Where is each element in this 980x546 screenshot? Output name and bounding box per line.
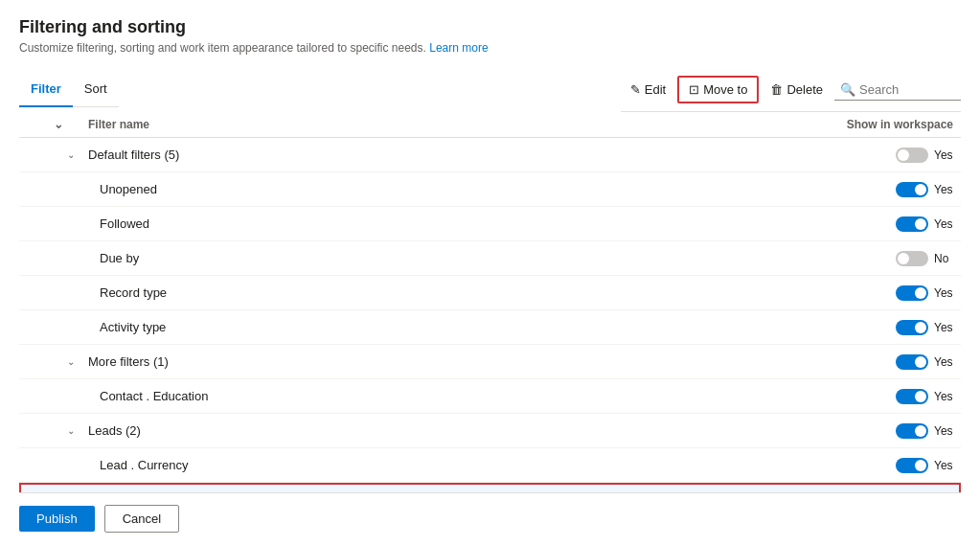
edit-button[interactable]: Edit: [621, 78, 675, 102]
toggle-label: Yes: [934, 286, 953, 300]
moveto-icon: ⊡: [689, 82, 699, 97]
tab-sort[interactable]: Sort: [73, 74, 119, 107]
toggle-more-filters[interactable]: [896, 354, 928, 370]
publish-button[interactable]: Publish: [19, 506, 95, 532]
row-show: Yes: [896, 148, 961, 163]
table-row: ⌄ More filters (1) Yes: [19, 345, 961, 379]
tab-filter[interactable]: Filter: [19, 74, 73, 107]
row-name: Unopened: [88, 176, 896, 202]
row-name: Due by: [88, 245, 896, 271]
table-row: Unopened Yes: [19, 172, 961, 207]
row-name: Followed: [88, 211, 896, 237]
table-row: Followed Yes: [19, 207, 961, 241]
row-show: Yes: [896, 216, 961, 232]
toolbar: Edit ⊡ Move to 🗑 Delete 🔍: [621, 68, 961, 112]
page-subtitle: Customize filtering, sorting and work it…: [19, 41, 961, 55]
row-show: Yes: [896, 320, 961, 335]
row-show: Yes: [896, 354, 961, 370]
row-name: Contact . Education: [88, 383, 896, 409]
chevron-down-icon[interactable]: ⌄: [54, 356, 88, 367]
toggle-lead-currency[interactable]: [896, 458, 928, 473]
toggle-contact-education[interactable]: [896, 389, 928, 404]
toggle-unopened[interactable]: [896, 182, 928, 197]
row-name: Leads (2): [88, 418, 896, 444]
toggle-label: No: [934, 252, 953, 265]
table-row: Due by No: [19, 241, 961, 276]
toggle-label: Yes: [934, 148, 953, 162]
page-title: Filtering and sorting: [19, 17, 961, 37]
search-box[interactable]: 🔍: [834, 80, 961, 101]
chevron-down-icon[interactable]: ⌄: [54, 425, 88, 436]
table-row: ⌄ Default filters (5) Yes: [19, 138, 961, 172]
toggle-followed[interactable]: [896, 216, 928, 232]
row-show: Yes: [896, 389, 961, 404]
table-row: ⌄ Leads (2) Yes: [19, 414, 961, 448]
row-show: No: [896, 251, 961, 266]
col-show-in-workspace: Show in workspace: [847, 118, 961, 131]
toggle-activity-type[interactable]: [896, 320, 928, 335]
row-name: Lead . Currency: [88, 452, 896, 478]
table-row: Record type Yes: [19, 276, 961, 310]
col-filter-name: Filter name: [88, 118, 847, 131]
toggle-label: Yes: [934, 183, 953, 196]
delete-button[interactable]: 🗑 Delete: [761, 78, 832, 102]
table-row: Activity type Yes: [19, 310, 961, 345]
toggle-label: Yes: [934, 321, 953, 334]
row-name: Activity type: [88, 314, 896, 340]
toggle-record-type[interactable]: [896, 285, 928, 301]
row-name: Record type: [88, 280, 896, 306]
table-body: ⌄ Default filters (5) Yes Unopened Yes: [19, 138, 961, 492]
row-show: Yes: [896, 285, 961, 301]
toggle-label: Yes: [934, 424, 953, 438]
row-name: Default filters (5): [88, 142, 896, 168]
toggle-label: Yes: [934, 459, 953, 472]
row-show: Yes: [896, 423, 961, 439]
toggle-default-filters[interactable]: [896, 148, 928, 163]
footer: Publish Cancel: [19, 492, 961, 546]
learn-more-link[interactable]: Learn more: [429, 41, 488, 55]
search-input[interactable]: [859, 82, 955, 97]
tabs: Filter Sort: [19, 74, 119, 107]
sort-chevron-icon: ⌄: [54, 118, 63, 131]
table-row: Contact . Education Yes: [19, 379, 961, 414]
toggle-label: Yes: [934, 355, 953, 369]
search-icon: 🔍: [840, 82, 855, 97]
edit-icon: [630, 82, 641, 97]
table-row-selected: ✓ Lead . Account ⋯ Yes ↑ ↓: [19, 483, 961, 492]
row-show: Yes: [896, 182, 961, 197]
toggle-leads[interactable]: [896, 423, 928, 439]
toggle-label: Yes: [934, 217, 953, 231]
table-header: ⌄ Filter name Show in workspace: [19, 112, 961, 138]
table-row: Lead . Currency Yes: [19, 448, 961, 483]
toggle-label: Yes: [934, 390, 953, 403]
toggle-due-by[interactable]: [896, 251, 928, 266]
row-name: More filters (1): [88, 349, 896, 375]
row-show: Yes: [896, 458, 961, 473]
moveto-button[interactable]: ⊡ Move to: [677, 76, 759, 103]
chevron-down-icon[interactable]: ⌄: [54, 149, 88, 160]
cancel-button[interactable]: Cancel: [104, 505, 179, 533]
delete-icon: 🗑: [770, 82, 783, 97]
